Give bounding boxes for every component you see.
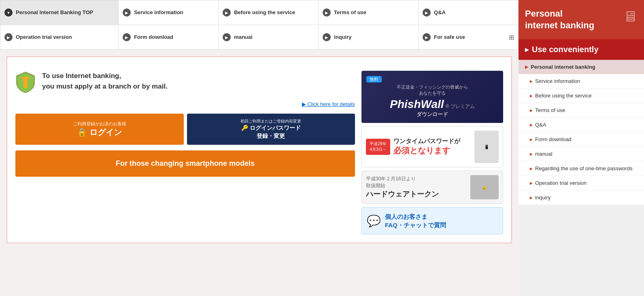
nav-arrow-icon: ▶ <box>4 33 13 41</box>
nav-row-2: ▶ Operation trial version ▶ Form downloa… <box>0 25 518 49</box>
nav-service-info[interactable]: ▶ Service information <box>119 0 219 25</box>
navigation: ▼ Personal Internet Banking TOP ▶ Servic… <box>0 0 519 50</box>
sidebar-item-otp[interactable]: Regarding the use of one-time passwords <box>519 161 644 176</box>
free-badge: 無料 <box>366 76 382 82</box>
nav-form-download-label: Form download <box>134 34 173 41</box>
otp-date: 平成29年4月3日～ <box>366 139 390 155</box>
otp-title: ワンタイムパスワードが <box>393 137 471 145</box>
phishwall-title: PhishWall <box>390 98 444 111</box>
nav-form-download[interactable]: ▶ Form download <box>119 25 219 49</box>
nav-manual-label: manual <box>234 34 253 41</box>
nav-for-safe[interactable]: ▶ For safe use ⊞ <box>419 25 518 49</box>
nav-before-service[interactable]: ▶ Before using the service <box>219 0 319 25</box>
nav-row-1: ▼ Personal Internet Banking TOP ▶ Servic… <box>0 0 518 25</box>
sidebar-item-manual-label: manual <box>535 151 553 157</box>
sidebar-header-title: Personalinternet banking <box>525 8 594 31</box>
hardware-device-image: 🔐 <box>470 175 499 199</box>
sidebar-item-form-download[interactable]: Form download <box>519 132 644 147</box>
otp-device-image: 📱 <box>474 131 499 163</box>
nav-for-safe-label: For safe use <box>434 34 465 41</box>
faq-text: 個人のお客さま FAQ・チャットで質問 <box>385 212 446 229</box>
sidebar-item-form-download-label: Form download <box>535 136 572 142</box>
banking-intro: To use Internet banking, you must apply … <box>15 71 355 93</box>
nav-inquiry-label: inquiry <box>334 34 351 41</box>
sidebar-item-inquiry[interactable]: inquiry <box>519 190 644 205</box>
smartphone-change-button[interactable]: For those changing smartphone models <box>15 150 355 177</box>
otp-required: 必須となります <box>393 145 471 156</box>
password-button[interactable]: 初回ご利用またはご登録内容変更 🔑 ログインパスワード登録・変更 <box>187 114 355 145</box>
nav-arrow-icon: ▶ <box>323 33 331 41</box>
nav-arrow-icon: ▶ <box>323 8 331 17</box>
computer-icon: 🖥 <box>623 8 638 25</box>
sidebar-section-title: Personal internet banking <box>519 60 644 74</box>
login-button[interactable]: ご利用登録がお済のお客様 🔒 ログイン <box>15 114 184 145</box>
chat-icon: 💬 <box>367 214 381 228</box>
nav-manual[interactable]: ▶ manual <box>219 25 319 49</box>
nav-arrow-icon: ▶ <box>223 33 231 41</box>
sidebar-item-qa[interactable]: Q&A <box>519 118 644 132</box>
sidebar-item-operation-trial-label: Operation trial version <box>535 180 587 186</box>
nav-arrow-icon: ▶ <box>123 33 131 41</box>
password-subtitle: 初回ご利用またはご登録内容変更 <box>240 118 301 124</box>
expand-icon: ⊞ <box>509 34 514 41</box>
phishwall-premium: ® プレミアム <box>446 103 475 110</box>
nav-terms[interactable]: ▶ Terms of use <box>319 0 419 25</box>
sidebar-item-manual[interactable]: manual <box>519 147 644 161</box>
login-button-content: ご利用登録がお済のお客様 🔒 ログイン <box>73 121 126 138</box>
sidebar: Personalinternet banking 🖥 Use convenien… <box>519 0 644 296</box>
hardware-text: 平成30年２月16日より取扱開始 ハードウェアトークン <box>366 175 467 199</box>
nav-service-info-label: Service information <box>134 9 183 16</box>
intro-line1: To use Internet banking, <box>42 72 121 80</box>
nav-arrow-icon: ▼ <box>4 8 13 17</box>
login-label: 🔒 ログイン <box>73 127 126 138</box>
sidebar-item-before-service[interactable]: Before using the service <box>519 89 644 103</box>
right-column: 無料 不正送金・フィッシングの脅威からあなたを守る PhishWall ® プレ… <box>361 71 503 235</box>
sidebar-item-terms-label: Terms of use <box>535 107 565 113</box>
nav-arrow-icon: ▶ <box>223 8 231 17</box>
use-conveniently-label: Use conveniently <box>532 45 599 54</box>
sidebar-header: Personalinternet banking 🖥 <box>519 0 644 39</box>
faq-line1: 個人のお客さま <box>385 212 446 221</box>
nav-personal-top-label: Personal Internet Banking TOP <box>16 9 93 16</box>
login-subtitle: ご利用登録がお済のお客様 <box>73 121 126 127</box>
hardware-title: ハードウェアトークン <box>366 189 467 199</box>
sidebar-item-service-info-label: Service information <box>535 78 580 84</box>
hardware-date: 平成30年２月16日より取扱開始 <box>366 175 467 189</box>
nav-operation-trial[interactable]: ▶ Operation trial version <box>0 25 119 49</box>
content-box: To use Internet banking, you must apply … <box>6 56 512 243</box>
sidebar-item-terms[interactable]: Terms of use <box>519 103 644 118</box>
left-column: To use Internet banking, you must apply … <box>15 71 355 235</box>
nav-inquiry[interactable]: ▶ inquiry <box>319 25 419 49</box>
sidebar-item-before-service-label: Before using the service <box>535 93 591 99</box>
action-buttons: ご利用登録がお済のお客様 🔒 ログイン 初回ご利用またはご登録内容変更 🔑 ログ… <box>15 114 355 145</box>
nav-terms-label: Terms of use <box>334 9 366 16</box>
nav-operation-trial-label: Operation trial version <box>16 34 72 41</box>
sidebar-item-inquiry-label: inquiry <box>535 195 550 201</box>
nav-qa[interactable]: ▶ Q&A <box>419 0 518 25</box>
click-here-link[interactable]: ▶ Click here for details <box>15 101 355 107</box>
faq-line2: FAQ・チャットで質問 <box>385 221 446 229</box>
phishwall-banner[interactable]: 無料 不正送金・フィッシングの脅威からあなたを守る PhishWall ® プレ… <box>361 71 503 123</box>
phishwall-subtitle: 不正送金・フィッシングの脅威からあなたを守る <box>397 84 468 96</box>
sidebar-section-title-label: Personal internet banking <box>531 64 595 70</box>
use-conveniently-section[interactable]: Use conveniently <box>519 39 644 60</box>
sidebar-item-otp-label: Regarding the use of one-time passwords <box>535 165 633 171</box>
content-area: To use Internet banking, you must apply … <box>0 50 519 296</box>
sidebar-item-service-info[interactable]: Service information <box>519 74 644 89</box>
sidebar-item-operation-trial[interactable]: Operation trial version <box>519 176 644 190</box>
password-label: 🔑 ログインパスワード登録・変更 <box>240 124 301 140</box>
nav-personal-top[interactable]: ▼ Personal Internet Banking TOP <box>0 0 119 25</box>
otp-banner[interactable]: 平成29年4月3日～ ワンタイムパスワードが 必須となります 📱 <box>361 126 503 167</box>
shield-icon <box>15 71 36 93</box>
banking-intro-text: To use Internet banking, you must apply … <box>42 71 168 91</box>
sidebar-item-qa-label: Q&A <box>535 122 546 128</box>
nav-arrow-icon: ▶ <box>123 8 131 17</box>
nav-before-service-label: Before using the service <box>234 9 295 16</box>
phishwall-download: ダウンロード <box>417 111 448 118</box>
hardware-banner[interactable]: 平成30年２月16日より取扱開始 ハードウェアトークン 🔐 <box>361 171 503 204</box>
nav-arrow-icon: ▶ <box>423 8 431 17</box>
nav-qa-label: Q&A <box>434 9 446 16</box>
faq-banner[interactable]: 💬 個人のお客さま FAQ・チャットで質問 <box>361 207 503 235</box>
sidebar-section: Personal internet banking Service inform… <box>519 60 644 205</box>
password-button-content: 初回ご利用またはご登録内容変更 🔑 ログインパスワード登録・変更 <box>240 118 301 140</box>
